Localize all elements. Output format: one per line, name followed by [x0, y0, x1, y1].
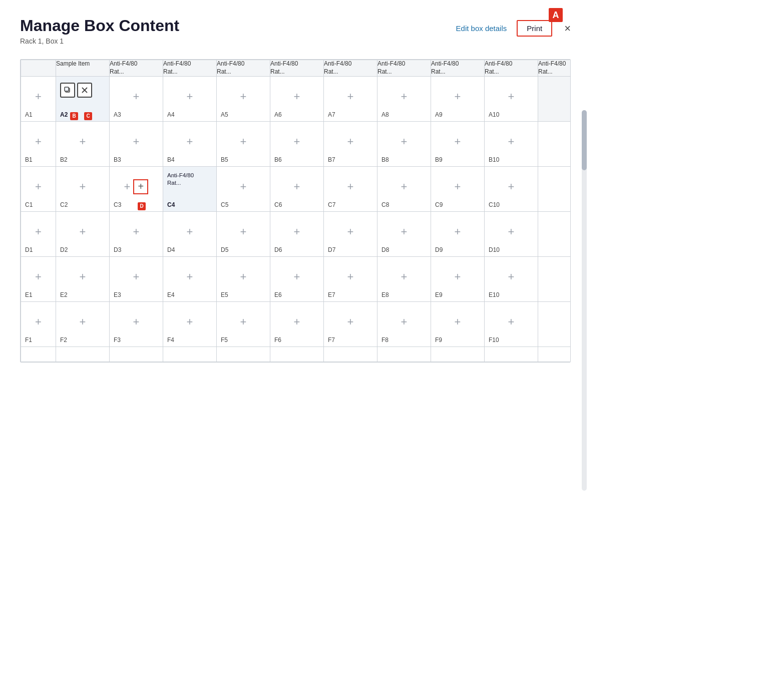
annotated-add-button-c3[interactable]: + — [133, 179, 148, 194]
cell-label-a1: A1 — [25, 111, 33, 118]
add-icon-e3[interactable]: + — [133, 270, 140, 283]
add-icon-a7[interactable]: + — [347, 90, 354, 103]
add-icon-e8[interactable]: + — [401, 270, 408, 283]
copy-item-button[interactable] — [60, 83, 75, 98]
cell-label-f3: F3 — [114, 336, 121, 344]
add-icon-f3[interactable]: + — [133, 315, 140, 328]
add-icon-c2[interactable]: + — [80, 180, 86, 193]
cell-label-c9: C9 — [435, 201, 443, 208]
add-icon-f7[interactable]: + — [347, 315, 354, 328]
add-icon-d10[interactable]: + — [508, 225, 515, 238]
add-icon-f6[interactable]: + — [294, 315, 300, 328]
grid-row-f: + F1 + F2 + F3 + F4 — [21, 301, 571, 347]
cell-f9: + F9 — [431, 301, 485, 347]
add-icon-e2[interactable]: + — [80, 270, 86, 283]
add-icon-b8[interactable]: + — [401, 135, 408, 148]
add-icon-e6[interactable]: + — [294, 270, 300, 283]
remove-item-button[interactable] — [77, 83, 92, 98]
add-icon-c5[interactable]: + — [240, 180, 247, 193]
add-icon-b2[interactable]: + — [80, 135, 86, 148]
add-icon-a6[interactable]: + — [294, 90, 300, 103]
add-icon-c8[interactable]: + — [401, 180, 408, 193]
cell-label-e6: E6 — [274, 291, 282, 298]
add-icon-f5[interactable]: + — [240, 315, 247, 328]
add-icon-b5[interactable]: + — [240, 135, 247, 148]
add-icon-a9[interactable]: + — [455, 90, 461, 103]
add-icon-a10[interactable]: + — [508, 90, 515, 103]
add-icon-b3[interactable]: + — [133, 135, 140, 148]
add-icon-e1[interactable]: + — [35, 270, 42, 283]
cell-d1: + D1 — [21, 211, 56, 256]
grid-row-a: + A1 — [21, 76, 571, 121]
cell-b8: + B8 — [377, 121, 431, 166]
add-icon-a5[interactable]: + — [240, 90, 247, 103]
scrollbar-track[interactable] — [582, 110, 587, 491]
cell-b1: + B1 — [21, 121, 56, 166]
add-icon-e4[interactable]: + — [187, 270, 193, 283]
add-icon-e5[interactable]: + — [240, 270, 247, 283]
close-button[interactable]: × — [564, 23, 571, 34]
cell-label-e1: E1 — [25, 291, 33, 298]
print-button[interactable]: Print — [517, 20, 552, 37]
add-icon-a1[interactable]: + — [35, 90, 42, 103]
cell-g-extra — [538, 347, 571, 362]
add-icon-b4[interactable]: + — [187, 135, 193, 148]
add-icon-c1[interactable]: + — [35, 180, 42, 193]
edit-box-details-link[interactable]: Edit box details — [456, 24, 507, 33]
cell-d3: + D3 — [110, 211, 163, 256]
add-icon-c7[interactable]: + — [347, 180, 354, 193]
add-icon-b7[interactable]: + — [347, 135, 354, 148]
add-icon-d6[interactable]: + — [294, 225, 300, 238]
cell-e5: + E5 — [217, 256, 270, 301]
cell-a7: + A7 — [324, 76, 377, 121]
add-icon-b1[interactable]: + — [35, 135, 42, 148]
cell-label-c2: C2 — [60, 201, 68, 208]
cell-label-e4: E4 — [167, 291, 175, 298]
cell-f3: + F3 — [110, 301, 163, 347]
add-icon-e10[interactable]: + — [508, 270, 515, 283]
cell-f10: + F10 — [485, 301, 538, 347]
manage-box-modal: A Manage Box Content Rack 1, Box 1 Edit … — [0, 0, 591, 501]
add-icon-e9[interactable]: + — [455, 270, 461, 283]
cell-g8 — [377, 347, 431, 362]
add-icon-d8[interactable]: + — [401, 225, 408, 238]
add-icon-d3[interactable]: + — [133, 225, 140, 238]
add-icon-f2[interactable]: + — [80, 315, 86, 328]
add-icon-d5[interactable]: + — [240, 225, 247, 238]
cell-b2: + B2 — [56, 121, 110, 166]
add-icon-d4[interactable]: + — [187, 225, 193, 238]
add-icon-a8[interactable]: + — [401, 90, 408, 103]
add-icon-f9[interactable]: + — [455, 315, 461, 328]
add-icon-c9[interactable]: + — [455, 180, 461, 193]
add-icon-d7[interactable]: + — [347, 225, 354, 238]
cell-c1: + C1 — [21, 166, 56, 211]
col-header-a6: Anti-F4/80Rat... — [270, 60, 324, 76]
cell-label-d1: D1 — [25, 246, 33, 253]
cell-c6: + C6 — [270, 166, 324, 211]
add-icon-a4[interactable]: + — [187, 90, 193, 103]
scrollbar-thumb[interactable] — [582, 110, 587, 170]
add-icon-b6[interactable]: + — [294, 135, 300, 148]
add-icon-a3[interactable]: + — [133, 90, 140, 103]
cell-b3: + B3 — [110, 121, 163, 166]
add-icon-f8[interactable]: + — [401, 315, 408, 328]
cell-d5: + D5 — [217, 211, 270, 256]
add-icon-f4[interactable]: + — [187, 315, 193, 328]
add-icon-e7[interactable]: + — [347, 270, 354, 283]
add-icon-c10[interactable]: + — [508, 180, 515, 193]
add-icon-c6[interactable]: + — [294, 180, 300, 193]
cell-e10: + E10 — [485, 256, 538, 301]
cell-c3: + + C3 D — [110, 166, 163, 211]
add-icon-c3[interactable]: + — [124, 180, 131, 193]
cell-label-b2: B2 — [60, 156, 68, 163]
add-icon-b9[interactable]: + — [455, 135, 461, 148]
add-icon-b10[interactable]: + — [508, 135, 515, 148]
add-icon-d9[interactable]: + — [455, 225, 461, 238]
add-icon-d1[interactable]: + — [35, 225, 42, 238]
add-icon-d2[interactable]: + — [80, 225, 86, 238]
cell-c2: + C2 — [56, 166, 110, 211]
add-icon-f10[interactable]: + — [508, 315, 515, 328]
cell-label-b5: B5 — [221, 156, 228, 163]
add-icon-f1[interactable]: + — [35, 315, 42, 328]
cell-label-f6: F6 — [274, 336, 281, 344]
